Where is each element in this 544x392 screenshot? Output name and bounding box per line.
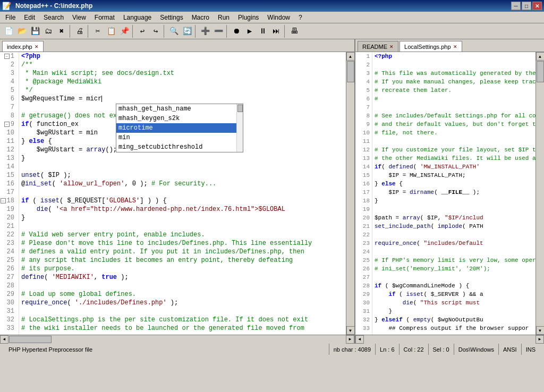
- menu-help[interactable]: ?: [294, 12, 307, 23]
- line-num-31: 31: [0, 307, 16, 316]
- run-macro-button[interactable]: ⏭: [270, 25, 283, 38]
- zoom-out-button[interactable]: ➖: [212, 25, 225, 38]
- right-scrollbar-v[interactable]: ▲ ▼: [536, 52, 544, 335]
- ac-item-microtime[interactable]: microtime: [116, 123, 243, 133]
- menu-window[interactable]: Window: [263, 12, 294, 23]
- replace-button[interactable]: 🔄: [181, 25, 193, 38]
- line-num-11: 11: [0, 137, 16, 146]
- r-code-26: # ini_set('memory_limit', '20M');: [375, 265, 536, 273]
- r-line-3: 3: [355, 69, 372, 78]
- cut-button[interactable]: ✂: [91, 25, 104, 38]
- code-line-1: <?php: [21, 52, 346, 61]
- h-scroll-track[interactable]: [8, 335, 346, 344]
- right-tab-readme[interactable]: README ✕: [358, 41, 398, 52]
- left-code-content[interactable]: <?php /** * Main wiki script; see docs/d…: [19, 52, 346, 335]
- fold-icon-9[interactable]: −: [4, 122, 10, 127]
- menu-macro[interactable]: Macro: [188, 12, 214, 23]
- scroll-left-button[interactable]: ◄: [0, 335, 8, 344]
- r-code-29: if ( isset( $_SERVER ) && a: [375, 290, 536, 299]
- close-button[interactable]: ✖: [55, 25, 68, 38]
- paste-button[interactable]: 📌: [118, 25, 131, 38]
- menu-language[interactable]: Language: [119, 12, 156, 23]
- ac-item-ming[interactable]: ming_setcubicthreshold: [116, 142, 243, 152]
- r-code-33: ## Compress output if the browser suppor: [375, 324, 536, 333]
- r-code-17: $IP = dirname( __FILE__ );: [375, 188, 536, 197]
- right-scrollbar-h[interactable]: ◄ ►: [355, 335, 544, 343]
- new-button[interactable]: 📄: [2, 25, 15, 38]
- scroll-track[interactable]: [346, 61, 355, 326]
- r-line-32: 32: [355, 316, 372, 324]
- r-h-scroll-track[interactable]: [364, 335, 536, 344]
- scroll-thumb[interactable]: [347, 61, 354, 82]
- line-num-2: 2: [0, 61, 16, 69]
- autocomplete-popup[interactable]: mhash_get_hash_name mhash_keygen_s2k mic…: [116, 104, 243, 152]
- print-button[interactable]: 🖨: [73, 25, 86, 38]
- open-button[interactable]: 📂: [15, 25, 28, 38]
- ac-item-min[interactable]: min: [116, 133, 243, 142]
- r-code-12: # If you customize your file layout, set…: [375, 146, 536, 154]
- right-code-editor[interactable]: 1 2 3 4 5 6 7 8 9 10 11 12 13 14 15 16 1…: [355, 52, 544, 335]
- left-code-editor[interactable]: −1 2 3 4 5 6 7 8 −9 10 11 12 13 14 15 16…: [0, 52, 354, 335]
- close-tab-icon[interactable]: ✕: [35, 44, 39, 49]
- r-code-16: } else {: [375, 180, 536, 188]
- line-num-7: 7: [0, 103, 16, 112]
- scroll-right-button[interactable]: ►: [346, 335, 354, 344]
- window-controls: ─ □ ✕: [511, 2, 542, 10]
- record-button[interactable]: ⏺: [230, 25, 243, 38]
- maximize-button[interactable]: □: [522, 2, 531, 10]
- left-tab-index-php[interactable]: index.php ✕: [2, 41, 44, 52]
- undo-button[interactable]: ↩: [136, 25, 149, 38]
- r-scroll-left-button[interactable]: ◄: [355, 335, 364, 344]
- minimize-button[interactable]: ─: [511, 2, 521, 10]
- code-line-5: */: [21, 86, 346, 95]
- fold-icon-1[interactable]: −: [4, 54, 10, 59]
- line-num-4: 4: [0, 78, 16, 86]
- r-scroll-right-button[interactable]: ►: [536, 335, 544, 344]
- r-line-19: 19: [355, 205, 372, 214]
- code-line-15: unset( $IP );: [21, 171, 346, 180]
- h-scroll-thumb[interactable]: [9, 336, 52, 343]
- menu-search[interactable]: Search: [39, 12, 68, 23]
- save-button[interactable]: 💾: [29, 25, 41, 38]
- zoom-in-button[interactable]: ➕: [199, 25, 211, 38]
- save-all-button[interactable]: 🗂: [42, 25, 55, 38]
- r-code-10: # file, not there.: [375, 129, 536, 137]
- left-scrollbar-h[interactable]: ◄ ►: [0, 335, 354, 343]
- stop-button[interactable]: ⏸: [257, 25, 269, 38]
- close-button[interactable]: ✕: [532, 2, 542, 10]
- menu-file[interactable]: File: [1, 12, 20, 23]
- r-code-22: [375, 231, 536, 239]
- redo-button[interactable]: ↪: [149, 25, 162, 38]
- playback-button[interactable]: ▶: [243, 25, 256, 38]
- r-code-32: } elseif ( empty( $wgNoOutputBu: [375, 316, 536, 324]
- menu-run[interactable]: Run: [214, 12, 234, 23]
- r-code-24: [375, 248, 536, 256]
- close-readme-icon[interactable]: ✕: [389, 44, 394, 49]
- window-title: Notepad++ - C:\index.php: [13, 2, 511, 10]
- r-scroll-track[interactable]: [536, 61, 545, 326]
- r-scroll-up-button[interactable]: ▲: [536, 52, 545, 61]
- line-num-26: 26: [0, 265, 16, 273]
- scroll-down-button[interactable]: ▼: [346, 326, 355, 335]
- line-num-27: 27: [0, 273, 16, 282]
- ac-item-mhash-get[interactable]: mhash_get_hash_name: [116, 104, 243, 114]
- left-scrollbar-v[interactable]: ▲ ▼: [346, 52, 354, 335]
- ac-item-mhash-keygen[interactable]: mhash_keygen_s2k: [116, 114, 243, 123]
- menu-edit[interactable]: Edit: [20, 12, 39, 23]
- code-line-20: }: [21, 214, 346, 222]
- right-tab-localsettings[interactable]: LocalSettings.php ✕: [400, 41, 462, 52]
- scroll-up-button[interactable]: ▲: [346, 52, 355, 61]
- right-code-content[interactable]: <?php # This file was automatically gene…: [372, 52, 536, 335]
- menu-view[interactable]: View: [68, 12, 90, 23]
- print2-button[interactable]: 🖶: [288, 25, 301, 38]
- copy-button[interactable]: 📋: [105, 25, 117, 38]
- find-button[interactable]: 🔍: [167, 25, 180, 38]
- app-icon: 📝: [2, 2, 11, 10]
- r-scroll-thumb[interactable]: [537, 61, 544, 82]
- close-localsettings-icon[interactable]: ✕: [453, 44, 457, 49]
- menu-plugins[interactable]: Plugins: [234, 12, 263, 23]
- menu-settings[interactable]: Settings: [156, 12, 187, 23]
- r-scroll-down-button[interactable]: ▼: [536, 326, 545, 335]
- fold-icon-18[interactable]: −: [1, 198, 6, 203]
- menu-format[interactable]: Format: [90, 12, 119, 23]
